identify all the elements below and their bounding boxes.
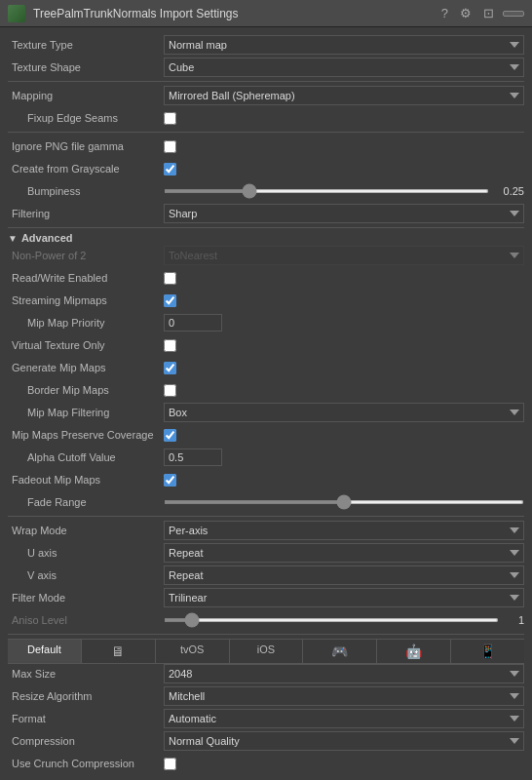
crunch-compression-checkbox[interactable] (164, 758, 176, 770)
tab-ios[interactable]: iOS (230, 640, 304, 663)
texture-type-label: Texture Type (8, 39, 164, 51)
compression-label: Compression (8, 735, 164, 747)
virtual-texture-checkbox-wrap (164, 339, 524, 352)
settings-icon[interactable]: ⚙ (457, 5, 475, 21)
tab-gamepad[interactable]: 🎮 (303, 640, 377, 663)
tab-default[interactable]: Default (8, 640, 82, 663)
tab-android[interactable]: 🤖 (377, 640, 451, 663)
resize-algo-select[interactable]: Mitchell (164, 686, 524, 706)
format-row: Format Automatic (8, 709, 524, 728)
crunch-compression-checkbox-wrap (164, 758, 524, 770)
mapping-label: Mapping (8, 90, 164, 101)
wrap-mode-select[interactable]: Per-axis (164, 521, 524, 540)
monitor-icon: 🖥 (111, 644, 125, 659)
format-select[interactable]: Automatic (164, 709, 524, 728)
resize-algo-row: Resize Algorithm Mitchell (8, 686, 524, 706)
max-size-row: Max Size 2048 (8, 664, 524, 683)
mapping-value-area: Mirrored Ball (Spheremap) (164, 86, 524, 105)
texture-shape-label: Texture Shape (8, 61, 164, 73)
compression-select[interactable]: Normal Quality (164, 731, 524, 751)
u-axis-value-area: Repeat (164, 543, 524, 563)
advanced-label: Advanced (21, 232, 73, 244)
mip-map-filtering-select[interactable]: Box (164, 403, 524, 422)
create-from-grayscale-row: Create from Grayscale (8, 159, 524, 178)
content-area: Texture Type Normal map Texture Shape Cu… (0, 27, 532, 780)
v-axis-row: V axis Repeat (8, 566, 524, 585)
border-mip-maps-checkbox-wrap (164, 384, 524, 397)
generate-mip-maps-label: Generate Mip Maps (8, 362, 164, 373)
mip-map-filtering-value-area: Box (164, 403, 524, 422)
bumpiness-slider[interactable] (164, 189, 489, 193)
open-button[interactable] (503, 11, 524, 17)
create-from-grayscale-label: Create from Grayscale (8, 163, 164, 175)
streaming-mipmaps-checkbox[interactable] (164, 294, 176, 307)
aniso-level-value: 1 (505, 614, 524, 626)
generate-mip-maps-checkbox[interactable] (164, 362, 176, 374)
border-mip-maps-checkbox[interactable] (164, 384, 176, 397)
aniso-slider-row: 1 (164, 614, 524, 626)
tab-default-label: Default (27, 644, 61, 655)
tab-tvos-label: tvOS (180, 644, 204, 655)
texture-type-select[interactable]: Normal map (164, 35, 524, 55)
mip-map-priority-input[interactable] (164, 314, 222, 332)
divider-2 (8, 132, 524, 133)
resize-algo-value-area: Mitchell (164, 686, 524, 706)
alpha-cutoff-input[interactable] (164, 448, 222, 466)
texture-type-value-area: Normal map (164, 35, 524, 55)
v-axis-select[interactable]: Repeat (164, 566, 524, 585)
dock-icon[interactable]: ⊡ (480, 5, 497, 21)
create-from-grayscale-checkbox[interactable] (164, 163, 176, 176)
generate-mip-maps-checkbox-wrap (164, 362, 524, 374)
filter-mode-label: Filter Mode (8, 592, 164, 604)
divider-3 (8, 227, 524, 228)
aniso-level-row: Aniso Level 1 (8, 610, 524, 630)
max-size-select[interactable]: 2048 (164, 664, 524, 683)
mip-map-priority-label: Mip Map Priority (8, 317, 164, 329)
aniso-level-label: Aniso Level (8, 614, 164, 626)
mip-maps-preserve-checkbox[interactable] (164, 429, 176, 442)
mapping-select[interactable]: Mirrored Ball (Spheremap) (164, 86, 524, 105)
fadeout-mip-maps-checkbox-wrap (164, 474, 524, 487)
virtual-texture-label: Virtual Texture Only (8, 339, 164, 351)
filtering-select[interactable]: Sharp (164, 204, 524, 223)
fixup-edge-seams-label: Fixup Edge Seams (8, 112, 164, 124)
border-mip-maps-label: Border Mip Maps (8, 384, 164, 396)
platform-tabs: Default 🖥 tvOS iOS 🎮 🤖 📱 (8, 639, 524, 664)
help-icon[interactable]: ? (438, 5, 451, 21)
tab-web[interactable]: 📱 (451, 640, 524, 663)
filtering-value-area: Sharp (164, 204, 524, 223)
filter-mode-row: Filter Mode Trilinear (8, 588, 524, 607)
fade-range-slider[interactable] (164, 500, 524, 504)
wrap-mode-label: Wrap Mode (8, 525, 164, 536)
max-size-label: Max Size (8, 668, 164, 680)
mip-map-priority-value-area (164, 314, 524, 332)
fadeout-mip-maps-checkbox[interactable] (164, 474, 176, 487)
ignore-png-gamma-checkbox[interactable] (164, 140, 176, 153)
texture-shape-select[interactable]: Cube (164, 58, 524, 77)
tab-tvos[interactable]: tvOS (156, 640, 230, 663)
bumpiness-value: 0.25 (495, 185, 524, 197)
fixup-edge-seams-checkbox[interactable] (164, 112, 176, 125)
non-power-of-2-select[interactable]: ToNearest (164, 246, 524, 265)
v-axis-label: V axis (8, 569, 164, 581)
resize-algo-label: Resize Algorithm (8, 690, 164, 702)
divider-1 (8, 81, 524, 82)
compression-value-area: Normal Quality (164, 731, 524, 751)
mapping-row: Mapping Mirrored Ball (Spheremap) (8, 86, 524, 105)
filter-mode-value-area: Trilinear (164, 588, 524, 607)
filter-mode-select[interactable]: Trilinear (164, 588, 524, 607)
texture-type-row: Texture Type Normal map (8, 35, 524, 55)
advanced-section-header[interactable]: ▼ Advanced (8, 232, 524, 244)
aniso-level-slider[interactable] (164, 618, 499, 622)
wrap-mode-value-area: Per-axis (164, 521, 524, 540)
ignore-png-gamma-label: Ignore PNG file gamma (8, 140, 164, 152)
crunch-compression-row: Use Crunch Compression (8, 754, 524, 773)
non-power-of-2-row: Non-Power of 2 ToNearest (8, 246, 524, 265)
mip-maps-preserve-label: Mip Maps Preserve Coverage (8, 429, 164, 441)
u-axis-select[interactable]: Repeat (164, 543, 524, 563)
tab-monitor[interactable]: 🖥 (82, 640, 156, 663)
tab-ios-label: iOS (257, 644, 275, 655)
virtual-texture-checkbox[interactable] (164, 339, 176, 352)
read-write-checkbox[interactable] (164, 272, 176, 285)
advanced-triangle: ▼ (8, 233, 18, 244)
